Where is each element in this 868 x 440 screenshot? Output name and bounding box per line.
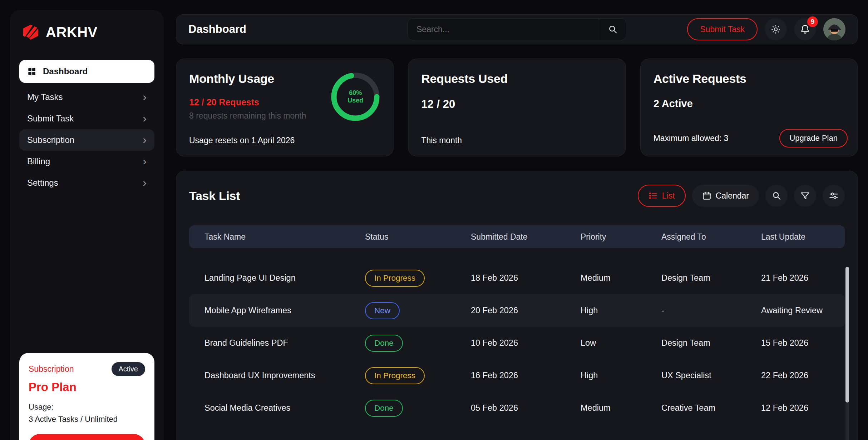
task-date-cell: 20 Feb 2026 bbox=[471, 306, 581, 315]
donut-percent: 60% bbox=[349, 89, 362, 97]
task-update-cell: 21 Feb 2026 bbox=[761, 273, 829, 283]
sidebar-item-subscription[interactable]: Subscription › bbox=[19, 129, 154, 151]
task-status-cell: In Progress bbox=[365, 270, 471, 287]
top-bar-actions: Submit Task 9 bbox=[687, 18, 845, 40]
task-update-cell: Awaiting Review bbox=[761, 306, 829, 315]
column-header: Task Name bbox=[204, 232, 365, 242]
scrollbar-thumb[interactable] bbox=[845, 267, 849, 402]
subscription-plan-card: Subscription Active Pro Plan Usage: 3 Ac… bbox=[19, 353, 154, 440]
upgrade-plan-button[interactable]: Upgrade Plan bbox=[779, 129, 848, 148]
sliders-button[interactable] bbox=[823, 185, 845, 207]
brand-logo: ARKHV bbox=[19, 21, 154, 44]
sidebar-item-settings[interactable]: Settings › bbox=[19, 172, 154, 194]
donut-caption: Used bbox=[347, 97, 363, 104]
table-row[interactable]: Dashboard UX Improvements In Progress 16… bbox=[189, 359, 845, 392]
task-search-button[interactable] bbox=[765, 185, 788, 207]
column-header: Assigned To bbox=[661, 232, 761, 242]
sidebar-item-label: Billing bbox=[27, 156, 50, 166]
search-icon bbox=[771, 191, 781, 201]
sidebar-nav: My Tasks › Submit Task › Subscription › … bbox=[19, 86, 154, 194]
task-status-cell: Done bbox=[365, 335, 471, 352]
task-date-cell: 16 Feb 2026 bbox=[471, 371, 581, 380]
task-update-cell: 15 Feb 2026 bbox=[761, 338, 829, 348]
active-requests-value: 2 Active bbox=[654, 98, 845, 110]
task-priority-cell: High bbox=[581, 371, 661, 380]
user-avatar[interactable] bbox=[823, 18, 845, 40]
column-header: Status bbox=[365, 232, 471, 242]
gear-icon bbox=[770, 24, 781, 35]
task-assigned-cell: Creative Team bbox=[661, 403, 761, 413]
notification-count-badge: 9 bbox=[807, 16, 818, 27]
column-header: Last Update bbox=[761, 232, 829, 242]
task-name-cell: Dashboard UX Improvements bbox=[204, 371, 365, 380]
sidebar-item-dashboard[interactable]: Dashboard bbox=[19, 60, 154, 83]
task-status-cell: Done bbox=[365, 400, 471, 417]
plan-status-badge: Active bbox=[112, 362, 145, 376]
calendar-view-toggle[interactable]: Calendar bbox=[692, 185, 759, 207]
plan-name: Pro Plan bbox=[29, 380, 145, 394]
sidebar-item-billing[interactable]: Billing › bbox=[19, 151, 154, 172]
notifications-button[interactable]: 9 bbox=[794, 18, 816, 40]
status-badge: Done bbox=[365, 400, 403, 417]
task-priority-cell: Medium bbox=[581, 273, 661, 283]
search-icon[interactable] bbox=[599, 19, 626, 40]
task-update-cell: 12 Feb 2026 bbox=[761, 403, 829, 413]
chevron-right-icon: › bbox=[143, 135, 147, 145]
chevron-right-icon: › bbox=[143, 157, 147, 166]
requests-used-subtitle: This month bbox=[421, 136, 462, 145]
table-header-row: Task Name Status Submitted Date Priority… bbox=[189, 225, 845, 248]
chevron-right-icon: › bbox=[143, 178, 147, 188]
task-name-cell: Landing Page UI Design bbox=[204, 273, 365, 283]
sliders-icon bbox=[829, 191, 839, 201]
filter-icon bbox=[800, 191, 810, 201]
list-view-label: List bbox=[662, 191, 675, 201]
usage-donut-chart: 60% Used bbox=[328, 70, 383, 124]
search-box bbox=[408, 18, 626, 40]
usage-reset-note: Usage resets on 1 April 2026 bbox=[189, 136, 295, 145]
status-badge: In Progress bbox=[365, 270, 425, 287]
table-scrollbar bbox=[845, 267, 849, 440]
task-assigned-cell: UX Specialist bbox=[661, 371, 761, 380]
sidebar-item-label: Subscription bbox=[27, 135, 74, 145]
donut-label: 60% Used bbox=[328, 70, 383, 124]
submit-task-button[interactable]: Submit Task bbox=[687, 18, 758, 40]
task-date-cell: 05 Feb 2026 bbox=[471, 403, 581, 413]
plan-usage-value: 3 Active Tasks / Unlimited bbox=[29, 415, 145, 424]
chevron-right-icon: › bbox=[143, 92, 147, 102]
calendar-icon bbox=[702, 191, 711, 200]
task-list-card: Task List List bbox=[176, 171, 858, 440]
task-date-cell: 10 Feb 2026 bbox=[471, 338, 581, 348]
column-header: Submitted Date bbox=[471, 232, 581, 242]
sidebar-item-label: Settings bbox=[27, 178, 58, 188]
table-row[interactable]: Mobile App Wireframes New 20 Feb 2026 Hi… bbox=[189, 294, 845, 327]
task-status-cell: New bbox=[365, 302, 471, 319]
page-title: Dashboard bbox=[188, 23, 246, 36]
sidebar-item-label: My Tasks bbox=[27, 92, 63, 102]
table-row[interactable]: Brand Guidelines PDF Done 10 Feb 2026 Lo… bbox=[189, 327, 845, 359]
stats-row: Monthly Usage 12 / 20 Requests 8 request… bbox=[176, 59, 858, 156]
upgrade-plan-button[interactable]: Upgrade Plan bbox=[29, 434, 145, 440]
task-assigned-cell: Design Team bbox=[661, 273, 761, 283]
task-assigned-cell: - bbox=[661, 306, 761, 315]
sidebar-item-my-tasks[interactable]: My Tasks › bbox=[19, 86, 154, 108]
status-badge: In Progress bbox=[365, 367, 425, 384]
table-row[interactable]: Social Media Creatives Done 05 Feb 2026 … bbox=[189, 392, 845, 424]
filter-button[interactable] bbox=[794, 185, 816, 207]
task-date-cell: 18 Feb 2026 bbox=[471, 273, 581, 283]
main-content: Dashboard Submit Task bbox=[176, 14, 858, 440]
table-row[interactable]: Landing Page UI Design In Progress 18 Fe… bbox=[189, 262, 845, 294]
card-title: Requests Used bbox=[421, 72, 612, 86]
settings-button[interactable] bbox=[765, 18, 787, 40]
plan-usage-label: Usage: bbox=[29, 402, 145, 412]
list-view-toggle[interactable]: List bbox=[638, 185, 686, 207]
column-header: Priority bbox=[581, 232, 661, 242]
search-input[interactable] bbox=[408, 19, 599, 40]
max-allowed-label: Maximum allowed: 3 bbox=[654, 134, 729, 143]
top-bar: Dashboard Submit Task bbox=[176, 14, 858, 44]
task-name-cell: Brand Guidelines PDF bbox=[204, 338, 365, 348]
sidebar-item-submit-task[interactable]: Submit Task › bbox=[19, 108, 154, 129]
plan-card-title: Subscription bbox=[29, 364, 74, 374]
task-priority-cell: Low bbox=[581, 338, 661, 348]
status-badge: Done bbox=[365, 335, 403, 352]
task-assigned-cell: Design Team bbox=[661, 338, 761, 348]
